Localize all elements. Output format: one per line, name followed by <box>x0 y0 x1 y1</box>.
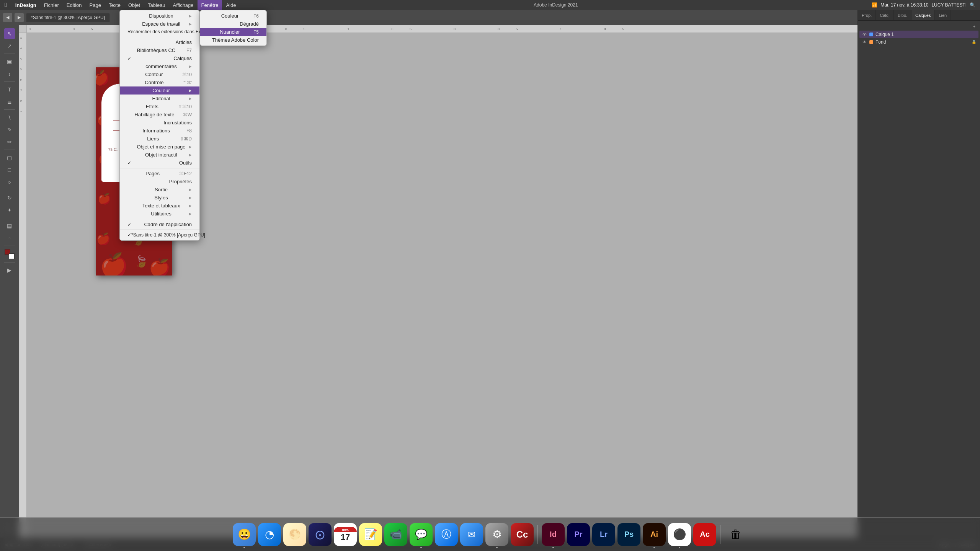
menu-tableau[interactable]: Tableau <box>144 0 169 10</box>
layer-color-2 <box>869 40 873 44</box>
tool-gap[interactable]: ↕ <box>4 68 15 79</box>
tab-bibo[interactable]: Bibo. <box>894 10 911 20</box>
menu-contour[interactable]: Contour ⌘10 <box>120 70 199 78</box>
menu-sortie[interactable]: Sortie ▶ <box>120 186 199 194</box>
menu-document-window[interactable]: ✓ *Sans titre-1 @ 300% [Aperçu GPU] <box>120 231 199 239</box>
tool-select[interactable]: ↖ <box>4 28 15 39</box>
tool-preview[interactable]: ▶ <box>4 265 15 276</box>
tool-line[interactable]: ∖ <box>4 112 15 123</box>
search-icon[interactable]: 🔍 <box>970 2 975 8</box>
layer-item-calque1[interactable]: 👁 Calque 1 <box>859 31 978 38</box>
menu-proprietes[interactable]: Propriétés <box>120 178 199 186</box>
menu-articles[interactable]: Articles <box>120 38 199 46</box>
menu-habillage[interactable]: Habillage de texte ⌘W <box>120 111 199 119</box>
layer-eye-2[interactable]: 👁 <box>862 39 867 45</box>
tool-colorpicker[interactable]: ▫ <box>4 233 15 243</box>
menu-objet[interactable]: Objet <box>124 0 144 10</box>
menu-incrustations[interactable]: Incrustations <box>120 119 199 127</box>
tool-direct-select[interactable]: ↗ <box>4 41 15 51</box>
menu-controle[interactable]: Contrôle ⌃⌘' <box>120 78 199 86</box>
menu-styles[interactable]: Styles ▶ <box>120 194 199 202</box>
tool-rotate[interactable]: ↻ <box>4 192 15 203</box>
dock-safari[interactable]: ◔ <box>258 523 281 546</box>
menu-informations[interactable]: Informations F8 <box>120 127 199 135</box>
menu-editorial[interactable]: Editorial ▶ <box>120 95 199 103</box>
menu-fichier[interactable]: Fichier <box>40 0 63 10</box>
dock-messages[interactable]: 💬 <box>410 523 433 546</box>
tool-divider-6 <box>4 218 15 218</box>
dock-launchpad[interactable]: ⨀ <box>309 523 332 546</box>
menu-outils[interactable]: ✓ Outils <box>120 159 199 167</box>
tool-ellipse[interactable]: ○ <box>4 177 15 187</box>
tool-rect[interactable]: □ <box>4 165 15 175</box>
dock-calendar[interactable]: nov. 17 <box>334 523 357 546</box>
tool-pen[interactable]: ✎ <box>4 124 15 135</box>
dock-chrome[interactable]: ⚫ <box>668 523 691 546</box>
dock-photoshop[interactable]: Ps <box>617 523 640 546</box>
tab-calq[interactable]: Calq. <box>876 10 894 20</box>
dock-finder[interactable]: 😀 <box>233 523 256 546</box>
toolbar-btn-fwd[interactable]: ▶ <box>15 13 24 22</box>
tab-calques[interactable]: Calques <box>911 10 935 20</box>
apple-menu[interactable]:  <box>0 2 11 8</box>
menu-bibliotheques[interactable]: Bibliothèques CC F7 <box>120 46 199 54</box>
submenu-themes-adobe[interactable]: Thèmes Adobe Color <box>200 36 266 44</box>
dock-mail[interactable]: ✉ <box>460 523 483 546</box>
menu-texte-tableaux[interactable]: Texte et tableaux ▶ <box>120 202 199 210</box>
dock-trash[interactable]: 🗑 <box>724 523 747 546</box>
menu-liens[interactable]: Liens ⇧⌘D <box>120 135 199 143</box>
tools-panel: ↖ ↗ ▣ ↕ T ≣ ∖ ✎ ✏ ▢ □ ○ ↻ ✦ ▤ ▫ ▶ 2 <box>0 25 19 538</box>
menu-effets[interactable]: Effets ⇧⌘10 <box>120 103 199 111</box>
tool-pencil[interactable]: ✏ <box>4 137 15 147</box>
menu-utilitaires[interactable]: Utilitaires ▶ <box>120 210 199 218</box>
submenu-couleur[interactable]: Couleur F6 <box>200 12 266 20</box>
menu-fenetre[interactable]: Fenêtre <box>198 0 222 10</box>
dock-lightroom[interactable]: Lr <box>592 523 615 546</box>
tool-page[interactable]: ▣ <box>4 56 15 67</box>
toolbar-btn-back[interactable]: ◀ <box>3 13 12 22</box>
submenu-degrade[interactable]: Dégradé <box>200 20 266 28</box>
menu-cadre-app[interactable]: ✓ Cadre de l'application <box>120 220 199 228</box>
menu-objet-interactif[interactable]: Objet interactif ▶ <box>120 151 199 159</box>
tool-table[interactable]: ≣ <box>4 96 15 107</box>
dock-systemprefs[interactable]: ⚙ <box>485 523 508 546</box>
dock-premiere[interactable]: Pr <box>567 523 590 546</box>
tool-rect-frame[interactable]: ▢ <box>4 152 15 163</box>
menu-commentaires[interactable]: commentaires ▶ <box>120 62 199 70</box>
dock-appstore[interactable]: Ⓐ <box>435 523 458 546</box>
layer-lock-2[interactable]: 🔒 <box>972 40 976 44</box>
menu-page[interactable]: Page <box>86 0 105 10</box>
menu-pages[interactable]: Pages ⌘F12 <box>120 170 199 178</box>
tab-lien[interactable]: Lien <box>935 10 951 20</box>
dock-acrobat[interactable]: Ac <box>693 523 716 546</box>
dock-colorwheel[interactable]: Cc <box>511 523 534 546</box>
fenetre-dropdown: Disposition ▶ Espace de travail ▶ Recher… <box>119 10 200 241</box>
menu-extensions[interactable]: Rechercher des extensions dans Exchange.… <box>120 28 199 36</box>
dock-notes[interactable]: 📝 <box>359 523 382 546</box>
menu-aide[interactable]: Aide <box>222 0 240 10</box>
dock-illustrator[interactable]: Ai <box>643 523 666 546</box>
new-layer-btn[interactable]: + <box>972 24 977 29</box>
tool-gradient[interactable]: ▤ <box>4 220 15 231</box>
menu-affichage[interactable]: Affichage <box>169 0 198 10</box>
menu-espace-travail[interactable]: Espace de travail ▶ <box>120 20 199 28</box>
menu-disposition[interactable]: Disposition ▶ <box>120 12 199 20</box>
menu-couleur[interactable]: Couleur ▶ <box>120 86 199 95</box>
layer-lock-1[interactable] <box>972 32 976 37</box>
menu-objet-mise[interactable]: Objet et mise en page ▶ <box>120 143 199 151</box>
menu-edition[interactable]: Edition <box>63 0 86 10</box>
tool-scale[interactable]: ✦ <box>4 205 15 215</box>
tool-color-swatch[interactable] <box>5 249 15 259</box>
tool-text[interactable]: T <box>4 84 15 95</box>
dock-photos[interactable]: 🌕 <box>283 523 306 546</box>
menu-texte[interactable]: Texte <box>105 0 124 10</box>
layer-eye-1[interactable]: 👁 <box>862 32 867 37</box>
document-tab[interactable]: *Sans titre-1 @ 300% [Aperçu GPU] <box>26 13 110 22</box>
menu-calques[interactable]: ✓ Calques <box>120 54 199 62</box>
submenu-nuancier[interactable]: Nuancier F5 <box>200 28 266 36</box>
dock-indesign[interactable]: Id <box>542 523 565 546</box>
tab-prop[interactable]: Prop. <box>858 10 876 20</box>
dock-facetime[interactable]: 📹 <box>384 523 407 546</box>
layer-item-fond[interactable]: 👁 Fond 🔒 <box>859 38 978 46</box>
background-color[interactable] <box>9 253 15 259</box>
